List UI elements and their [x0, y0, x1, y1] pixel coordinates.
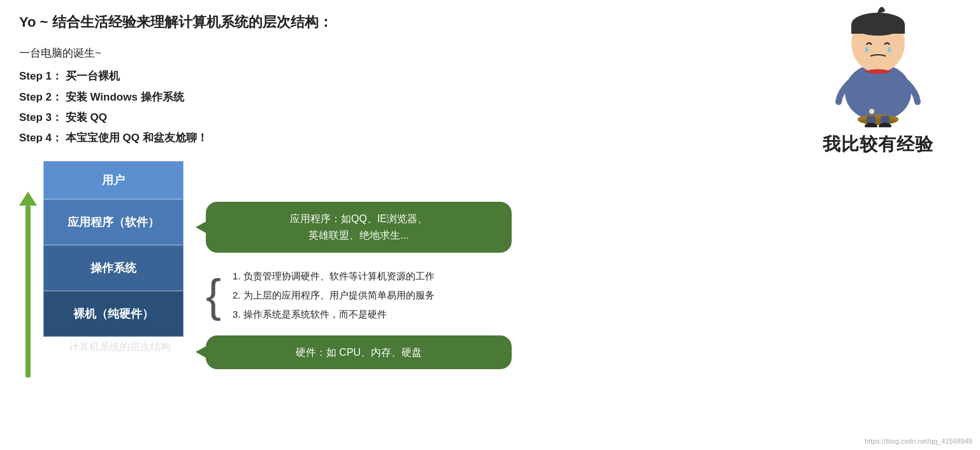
layer-user: 用户	[43, 161, 184, 199]
right-section: 应用程序：如QQ、IE浏览器、英雄联盟、绝地求生... { 1. 负责管理协调硬…	[206, 161, 512, 369]
page-container: Yo ~ 结合生活经验来理解计算机系统的层次结构： 一台电脑的诞生~ Step …	[0, 0, 980, 450]
meme-section: 我比较有经验	[795, 0, 961, 157]
arrow-head	[19, 192, 37, 206]
os-points: 1. 负责管理协调硬件、软件等计算机资源的工作 2. 为上层的应用程序、用户提供…	[226, 260, 435, 330]
bubble-hw-text: 硬件：如 CPU、内存、硬盘	[296, 347, 422, 358]
meme-figure	[814, 0, 942, 127]
layer-app: 应用程序（软件）	[43, 199, 184, 245]
bubble-hw: 硬件：如 CPU、内存、硬盘	[206, 335, 512, 370]
diagram-area: 用户 应用程序（软件） 操作系统 裸机（纯硬件） 计算机系统的层次结构	[19, 161, 961, 437]
layers-container: 用户 应用程序（软件） 操作系统 裸机（纯硬件）	[43, 161, 184, 337]
layers-stack: 用户 应用程序（软件） 操作系统 裸机（纯硬件） 计算机系统的层次结构	[43, 161, 196, 354]
meme-text: 我比较有经验	[795, 132, 961, 157]
os-point3: 3. 操作系统是系统软件，而不是硬件	[233, 305, 435, 324]
up-arrow	[19, 174, 37, 377]
bubble-app: 应用程序：如QQ、IE浏览器、英雄联盟、绝地求生...	[206, 202, 512, 252]
bubble-app-text: 应用程序：如QQ、IE浏览器、英雄联盟、绝地求生...	[290, 213, 428, 241]
layer-hardware: 裸机（纯硬件）	[43, 291, 184, 337]
svg-rect-3	[851, 24, 905, 34]
arrow-line	[25, 206, 31, 377]
svg-point-4	[865, 46, 868, 53]
os-annotation: { 1. 负责管理协调硬件、软件等计算机资源的工作 2. 为上层的应用程序、用户…	[206, 260, 512, 330]
svg-point-5	[888, 46, 891, 53]
layer-caption: 计算机系统的层次结构	[43, 341, 196, 354]
brace-icon: {	[206, 272, 221, 318]
os-point1: 1. 负责管理协调硬件、软件等计算机资源的工作	[233, 267, 435, 286]
os-point2: 2. 为上层的应用程序、用户提供简单易用的服务	[233, 286, 435, 305]
svg-point-7	[869, 109, 874, 114]
watermark: https://blog.csdn.net/qq_41568949	[865, 437, 972, 445]
layer-os: 操作系统	[43, 245, 184, 291]
